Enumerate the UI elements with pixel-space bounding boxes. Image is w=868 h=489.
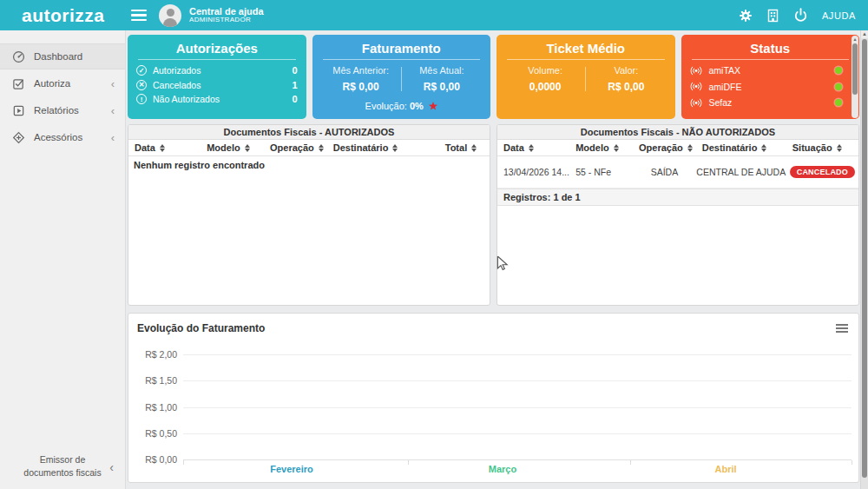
sidebar-item-dashboard[interactable]: Dashboard [0, 43, 125, 69]
chart-context-menu-icon[interactable] [836, 324, 848, 333]
column-header-operacao[interactable]: Operação [264, 140, 327, 155]
empty-table-message: Nenhum registro encontrado [128, 156, 490, 174]
card-title: Autorizações [136, 39, 298, 59]
avatar-body-icon [163, 18, 177, 27]
column-header-total[interactable]: Total [439, 140, 490, 155]
stat-value: R$ 0,00 [586, 81, 666, 93]
stat-value: 0 [292, 65, 297, 76]
status-row-sefaz: Sefaz [690, 97, 852, 108]
status-badge-cancelado: CANCELADO [790, 166, 855, 178]
sidebar-footer-line2: documentos fiscais [0, 466, 125, 480]
table-not-authorized-panel: Documentos Fiscais - NÃO AUTORIZADOS Dat… [496, 124, 859, 306]
card-title: Faturamento [321, 39, 483, 59]
chart-evolucao-faturamento: Evolução do Faturamento R$ 2,00 R$ 1,50 … [128, 313, 859, 483]
card-title: Status [690, 39, 852, 59]
card-autorizacoes: Autorizações ✓ Autorizados 0 ✕ Cancelado… [128, 35, 306, 119]
stat-row-autorizados: ✓ Autorizados 0 [136, 65, 298, 76]
cell-operacao: SAÍDA [633, 167, 696, 177]
sort-icon [392, 144, 398, 152]
main-vertical-scrollbar[interactable]: ▲ [860, 30, 868, 489]
stat-label: Cancelados [153, 80, 201, 90]
status-card-scrollbar[interactable]: ▲ [852, 36, 858, 118]
stat-label: Não Autorizados [153, 94, 220, 104]
faturamento-mes-atual: Mês Atual: R$ 0,00 [402, 65, 482, 93]
ticket-volume: Volume: 0,0000 [505, 65, 585, 93]
sort-icon [245, 144, 250, 152]
avatar-head-icon [167, 9, 174, 17]
card-ticket-medio: Ticket Médio Volume: 0,0000 Valor: R$ 0,… [496, 35, 675, 119]
card-faturamento: Faturamento Mês Anterior: R$ 0,00 Mês At… [312, 35, 491, 119]
cell-data: 13/04/2026 14... [497, 167, 569, 177]
gridline: R$ 0,50 [135, 433, 852, 434]
dashboard-icon [12, 50, 25, 63]
menu-toggle-icon[interactable] [131, 10, 147, 21]
cell-modelo: 55 - NFe [569, 167, 633, 177]
table-header-row: Data Modelo Operação Destinatário Total [128, 140, 490, 156]
sidebar-item-relatorios[interactable]: Relatórios ‹ [0, 97, 125, 123]
broadcast-icon [690, 66, 702, 76]
x-axis-tick [852, 460, 852, 465]
sort-icon [614, 144, 619, 152]
table-row[interactable]: 13/04/2026 14... 55 - NFe SAÍDA CENTRAL … [497, 156, 858, 188]
sidebar-item-autoriza[interactable]: Autoriza ‹ [0, 70, 125, 96]
x-circle-icon: ✕ [136, 80, 147, 90]
scroll-up-arrow-icon[interactable]: ▲ [852, 36, 858, 43]
faturamento-evolucao: Evolução: 0% [321, 101, 483, 111]
top-header-bar: autorizza Central de ajuda ADMINISTRADOR [0, 0, 868, 30]
card-title: Ticket Médio [505, 39, 667, 59]
user-info[interactable]: Central de ajuda ADMINISTRADOR [189, 6, 264, 24]
chevron-collapse-icon: ‹ [109, 459, 114, 477]
app-logo: autorizza [22, 5, 124, 26]
scroll-up-arrow-icon[interactable]: ▲ [861, 30, 868, 38]
table-header-row: Data Modelo Operação Destinatário Situaç… [497, 140, 858, 156]
sort-icon [761, 144, 766, 152]
table-authorized-panel: Documentos Fiscais - AUTORIZADOS Data Mo… [128, 124, 490, 306]
stat-label: Volume: [505, 65, 585, 76]
stat-value: R$ 0,00 [321, 81, 401, 93]
x-axis-tick [183, 460, 184, 465]
column-header-situacao[interactable]: Situação [786, 140, 858, 155]
scrollbar-thumb[interactable] [862, 39, 867, 478]
sidebar-footer-line1: Emissor de [0, 453, 125, 467]
gridline: R$ 1,50 [135, 380, 852, 381]
user-avatar[interactable] [159, 4, 181, 27]
legend-item-abril[interactable]: Abril [714, 464, 736, 474]
sort-icon [471, 144, 477, 152]
check-circle-icon: ✓ [136, 65, 147, 76]
sidebar-footer-emissor[interactable]: Emissor de documentos fiscais ‹ [0, 446, 125, 489]
legend-item-fevereiro[interactable]: Fevereiro [270, 464, 313, 474]
column-header-destinatario[interactable]: Destinatário [327, 140, 439, 155]
y-axis-label: R$ 0,00 [145, 454, 177, 465]
app-screen: autorizza Central de ajuda ADMINISTRADOR [0, 0, 868, 489]
sidebar-navigation: Dashboard Autoriza ‹ Relatórios ‹ A [0, 30, 126, 489]
column-header-data[interactable]: Data [497, 140, 569, 155]
sort-icon [529, 144, 534, 152]
legend-item-marco[interactable]: Março [489, 464, 516, 474]
accessories-icon [12, 131, 25, 144]
power-logout-icon[interactable] [793, 8, 808, 23]
sort-icon [160, 144, 165, 152]
sort-icon [837, 144, 842, 152]
column-header-modelo[interactable]: Modelo [201, 140, 264, 155]
column-header-data[interactable]: Data [128, 140, 201, 155]
star-indicator-icon [429, 102, 437, 110]
stat-row-cancelados: ✕ Cancelados 1 [136, 80, 298, 90]
status-row-amidfe: amiDFE [690, 82, 852, 92]
settings-gear-icon[interactable] [739, 9, 753, 23]
help-link[interactable]: AJUDA [822, 10, 856, 21]
sort-icon [319, 144, 324, 152]
status-label: amiDFE [709, 82, 742, 92]
cell-destinatario: CENTRAL DE AJUDA [696, 167, 786, 177]
stat-label: Autorizados [153, 65, 201, 76]
scrollbar-thumb[interactable] [852, 43, 858, 95]
status-label: Sefaz [709, 97, 733, 108]
column-header-operacao[interactable]: Operação [633, 140, 696, 155]
column-header-modelo[interactable]: Modelo [569, 140, 633, 155]
status-label: amiTAX [709, 65, 741, 76]
column-header-destinatario[interactable]: Destinatário [696, 140, 786, 155]
status-online-dot [835, 83, 842, 90]
sidebar-item-acessorios[interactable]: Acessórios ‹ [0, 124, 125, 150]
sidebar-item-label: Autoriza [34, 78, 70, 89]
stat-value: 0 [292, 94, 297, 104]
company-building-icon[interactable] [766, 9, 779, 23]
